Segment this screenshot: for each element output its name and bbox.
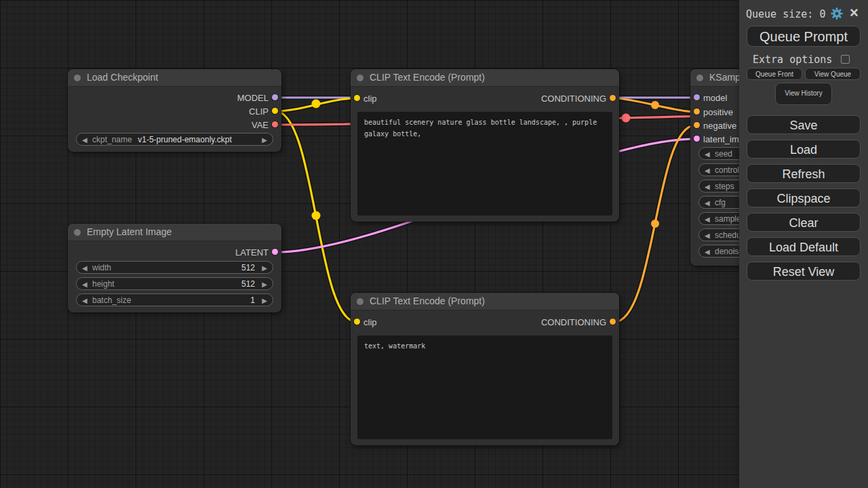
queue-size-value: 0 bbox=[819, 8, 825, 20]
node-header[interactable]: CLIP Text Encode (Prompt) bbox=[351, 293, 619, 310]
load-button[interactable]: Load bbox=[747, 140, 861, 159]
decrement-arrow-icon[interactable]: ◀ bbox=[705, 214, 710, 224]
conditioning-output-port[interactable] bbox=[610, 319, 616, 325]
clip-output-port[interactable] bbox=[272, 108, 278, 114]
increment-arrow-icon[interactable]: ▶ bbox=[262, 263, 267, 273]
decrement-arrow-icon[interactable]: ◀ bbox=[82, 279, 87, 289]
extra-options-label: Extra options bbox=[753, 54, 832, 66]
collapse-dot[interactable] bbox=[357, 75, 363, 81]
collapse-dot[interactable] bbox=[357, 298, 363, 305]
prompt-textarea[interactable]: beautiful scenery nature glass bottle la… bbox=[357, 112, 612, 216]
node-clip-text-encode-negative: CLIP Text Encode (Prompt) clip CONDITION… bbox=[351, 293, 619, 445]
negative-input-port[interactable] bbox=[694, 122, 700, 128]
input-label-clip: clip bbox=[363, 317, 377, 327]
input-label-model: model bbox=[703, 93, 727, 103]
decrement-arrow-icon[interactable]: ◀ bbox=[705, 230, 710, 241]
widget-value: v1-5-pruned-emaonly.ckpt bbox=[117, 135, 252, 145]
clear-button[interactable]: Clear bbox=[747, 213, 861, 232]
positive-input-port[interactable] bbox=[694, 108, 700, 115]
close-icon[interactable]: × bbox=[850, 4, 859, 22]
decrement-arrow-icon[interactable]: ◀ bbox=[82, 135, 87, 145]
output-label-latent: LATENT bbox=[235, 247, 269, 258]
node-title: CLIP Text Encode (Prompt) bbox=[370, 72, 485, 83]
refresh-button[interactable]: Refresh bbox=[747, 164, 861, 183]
settings-gear-icon[interactable] bbox=[830, 7, 844, 20]
load-default-button[interactable]: Load Default bbox=[747, 237, 861, 256]
output-label-vae: VAE bbox=[252, 120, 269, 130]
collapse-dot[interactable] bbox=[74, 75, 81, 81]
collapse-dot[interactable] bbox=[696, 75, 703, 81]
ckpt-name-widget[interactable]: ◀ ckpt_name v1-5-pruned-emaonly.ckpt ▶ bbox=[76, 133, 273, 146]
queue-prompt-button[interactable]: Queue Prompt bbox=[747, 26, 861, 47]
widget-label: width bbox=[92, 263, 111, 273]
latent-output-port[interactable] bbox=[272, 249, 278, 255]
height-widget[interactable]: ◀ height 512 ▶ bbox=[76, 277, 273, 290]
node-title: Load Checkpoint bbox=[87, 72, 158, 83]
clip-input-port[interactable] bbox=[354, 319, 360, 325]
model-output-port[interactable] bbox=[272, 94, 278, 100]
queue-size-status: Queue size: 0 bbox=[746, 8, 825, 20]
clipspace-button[interactable]: Clipspace bbox=[747, 188, 861, 207]
output-label-clip: CLIP bbox=[249, 106, 269, 117]
decrement-arrow-icon[interactable]: ◀ bbox=[705, 149, 710, 159]
decrement-arrow-icon[interactable]: ◀ bbox=[705, 182, 710, 192]
clip-input-port[interactable] bbox=[354, 95, 360, 101]
queue-size-label: Queue size: bbox=[746, 8, 813, 20]
batch-size-widget[interactable]: ◀ batch_size 1 ▶ bbox=[76, 293, 273, 306]
reset-view-button[interactable]: Reset View bbox=[747, 262, 861, 281]
vae-output-port[interactable] bbox=[272, 121, 278, 127]
save-button[interactable]: Save bbox=[747, 115, 861, 134]
widget-value: 512 bbox=[241, 263, 255, 273]
widget-label: height bbox=[92, 279, 115, 289]
view-history-button[interactable]: View History bbox=[775, 83, 832, 105]
extra-options-checkbox[interactable] bbox=[841, 55, 850, 64]
prompt-textarea[interactable]: text, watermark bbox=[357, 336, 612, 439]
widget-label: batch_size bbox=[92, 296, 131, 306]
widget-label: steps bbox=[715, 182, 734, 192]
node-header[interactable]: Load Checkpoint bbox=[68, 69, 281, 87]
width-widget[interactable]: ◀ width 512 ▶ bbox=[76, 261, 273, 274]
node-empty-latent-image: Empty Latent Image LATENT ◀ width 512 ▶ … bbox=[68, 224, 281, 312]
queue-front-button[interactable]: Queue Front bbox=[747, 68, 802, 80]
node-header[interactable]: CLIP Text Encode (Prompt) bbox=[351, 69, 619, 87]
widget-label: seed bbox=[715, 149, 732, 159]
model-input-port[interactable] bbox=[694, 94, 700, 100]
node-title: Empty Latent Image bbox=[87, 226, 172, 237]
node-load-checkpoint: Load Checkpoint MODEL CLIP VAE ◀ ckpt_na… bbox=[68, 69, 281, 152]
input-label-clip: clip bbox=[363, 94, 377, 104]
comfyui-canvas[interactable]: Load Checkpoint MODEL CLIP VAE ◀ ckpt_na… bbox=[0, 0, 868, 488]
increment-arrow-icon[interactable]: ▶ bbox=[262, 135, 267, 145]
input-label-positive: positive bbox=[703, 107, 733, 117]
increment-arrow-icon[interactable]: ▶ bbox=[262, 279, 267, 289]
view-queue-button[interactable]: View Queue bbox=[805, 68, 861, 80]
output-label-conditioning: CONDITIONING bbox=[541, 317, 606, 327]
widget-label: cfg bbox=[715, 198, 726, 208]
decrement-arrow-icon[interactable]: ◀ bbox=[82, 263, 87, 273]
output-label-conditioning: CONDITIONING bbox=[541, 94, 606, 104]
decrement-arrow-icon[interactable]: ◀ bbox=[705, 165, 710, 176]
decrement-arrow-icon[interactable]: ◀ bbox=[82, 296, 87, 306]
node-clip-text-encode-positive: CLIP Text Encode (Prompt) clip CONDITION… bbox=[351, 69, 619, 222]
output-label-model: MODEL bbox=[237, 93, 269, 103]
decrement-arrow-icon[interactable]: ◀ bbox=[705, 247, 710, 257]
node-title: CLIP Text Encode (Prompt) bbox=[370, 296, 485, 306]
input-label-negative: negative bbox=[703, 121, 736, 131]
widget-value: 512 bbox=[241, 279, 255, 289]
widget-value: 1 bbox=[250, 296, 255, 306]
decrement-arrow-icon[interactable]: ◀ bbox=[705, 198, 710, 208]
collapse-dot[interactable] bbox=[74, 229, 81, 236]
conditioning-output-port[interactable] bbox=[610, 95, 616, 101]
node-header[interactable]: Empty Latent Image bbox=[68, 224, 281, 241]
comfy-menu: Queue size: 0 Queue Prompt Extra options… bbox=[739, 0, 868, 488]
increment-arrow-icon[interactable]: ▶ bbox=[262, 296, 267, 306]
latent-image-input-port[interactable] bbox=[694, 136, 700, 142]
